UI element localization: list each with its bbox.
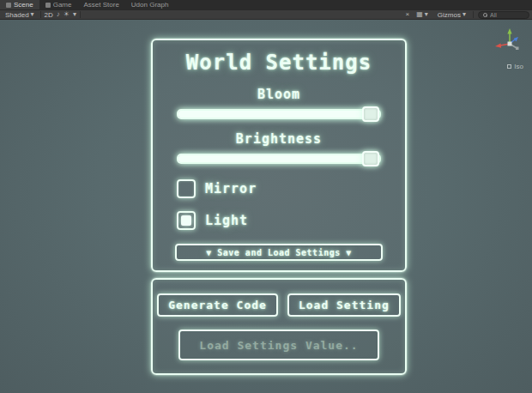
load-setting-button[interactable]: Load Setting xyxy=(287,293,401,317)
search-icon xyxy=(483,13,487,17)
gizmos-dropdown[interactable]: Gizmos ▾ xyxy=(435,11,469,19)
mirror-checkbox-label: Mirror xyxy=(205,181,257,196)
grid-icon: ▦ xyxy=(416,11,423,18)
tab-udon-graph[interactable]: Udon Graph xyxy=(125,0,175,9)
search-input[interactable] xyxy=(490,12,524,18)
mirror-checkbox-row[interactable]: Mirror xyxy=(177,179,257,198)
brightness-slider-handle[interactable] xyxy=(362,151,379,166)
tab-asset-store[interactable]: Asset Store xyxy=(77,0,124,9)
scene-tab-icon xyxy=(6,3,11,8)
scene-viewport[interactable]: World Settings Bloom Brightness Mirror xyxy=(0,20,532,393)
audio-icon[interactable]: ♪ xyxy=(57,11,60,18)
gizmos-label: Gizmos xyxy=(438,11,461,19)
tab-label: Udon Graph xyxy=(131,1,169,9)
tab-label: Scene xyxy=(14,1,33,9)
projection-mode-label[interactable]: Iso xyxy=(507,63,523,70)
brightness-slider[interactable] xyxy=(177,154,381,164)
load-settings-value-field[interactable]: Load Settings Value.. xyxy=(178,330,379,360)
tab-label: Game xyxy=(53,1,72,9)
bloom-slider[interactable] xyxy=(177,109,381,119)
world-settings-panel: World Settings Bloom Brightness Mirror xyxy=(151,39,407,272)
iso-text: Iso xyxy=(514,63,523,70)
light-checkbox[interactable] xyxy=(177,211,196,230)
camera-grid-dropdown[interactable]: ▦ ▾ xyxy=(414,11,431,18)
checkbox-group: Mirror Light xyxy=(177,179,257,230)
toolbar-divider xyxy=(80,11,81,18)
scene-toolbar: Shaded ▾ 2D ♪ ☀ ▾ × ▦ ▾ Gizmos ▾ xyxy=(0,9,532,20)
brightness-slider-fill xyxy=(178,155,379,162)
mirror-checkbox[interactable] xyxy=(177,179,196,198)
toggle-2d-button[interactable]: 2D xyxy=(45,11,53,19)
light-checkbox-label: Light xyxy=(205,213,248,228)
scene-search-box[interactable] xyxy=(478,11,529,19)
bloom-slider-handle[interactable] xyxy=(362,106,379,122)
chevron-down-icon: ▾ xyxy=(462,11,466,18)
iso-cube-icon xyxy=(507,64,511,69)
tab-label: Asset Store xyxy=(83,1,118,9)
generate-code-button[interactable]: Generate Code xyxy=(157,293,278,317)
unity-editor-window: Scene Game Asset Store Udon Graph Shaded… xyxy=(0,0,532,393)
panel-title: World Settings xyxy=(186,51,372,75)
game-tab-icon xyxy=(45,3,51,8)
tools-icon[interactable]: × xyxy=(406,11,410,18)
brightness-label: Brightness xyxy=(236,131,322,147)
tab-scene[interactable]: Scene xyxy=(0,0,39,9)
toolbar-divider xyxy=(40,11,41,18)
chevron-down-icon: ▾ xyxy=(425,11,428,18)
bloom-label: Bloom xyxy=(257,87,300,102)
save-and-load-settings-button[interactable]: ▼ Save and Load Settings ▼ xyxy=(175,244,383,261)
save-load-button-row: Generate Code Load Setting xyxy=(157,293,401,317)
axis-orientation-gizmo[interactable] xyxy=(491,25,529,63)
shading-mode-dropdown[interactable]: Shaded ▾ xyxy=(3,11,37,19)
tab-game[interactable]: Game xyxy=(39,0,78,9)
effects-icon[interactable]: ☀ xyxy=(63,11,70,18)
shading-mode-label: Shaded xyxy=(5,11,29,19)
checkmark-fill xyxy=(181,215,191,226)
save-load-panel: Generate Code Load Setting Load Settings… xyxy=(151,278,407,375)
toolbar-divider xyxy=(473,11,474,18)
chevron-down-icon: ▾ xyxy=(31,11,34,18)
effects-dropdown-icon[interactable]: ▾ xyxy=(73,11,76,18)
bloom-slider-fill xyxy=(178,111,379,118)
light-checkbox-row[interactable]: Light xyxy=(177,211,257,230)
tab-bar: Scene Game Asset Store Udon Graph xyxy=(0,0,532,9)
